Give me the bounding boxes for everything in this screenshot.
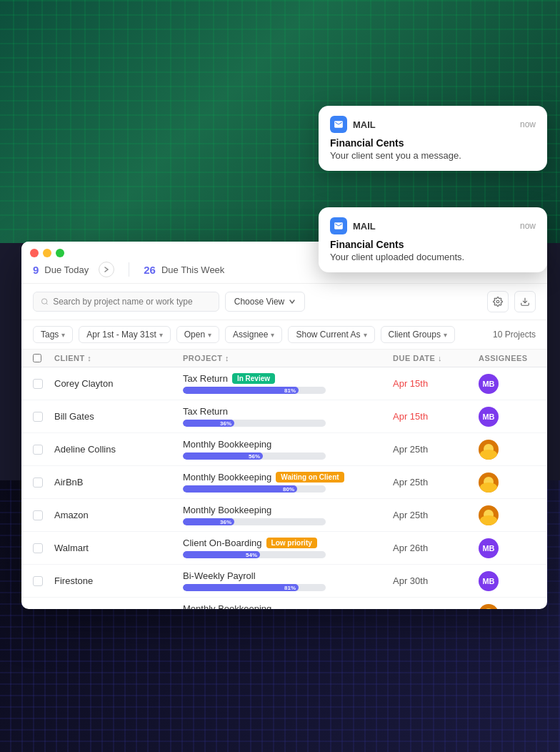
avatar xyxy=(479,604,499,610)
mail-title-1: Financial Cents xyxy=(330,137,536,149)
progress-bar-wrapper: 81% xyxy=(183,387,326,394)
progress-bar-fill: 56% xyxy=(183,452,263,460)
row-checkbox[interactable] xyxy=(33,543,43,553)
minimize-button[interactable] xyxy=(43,249,51,257)
client-name: AirBnB xyxy=(54,477,183,488)
search-wrapper[interactable] xyxy=(33,292,219,312)
due-date: Apr 25th xyxy=(393,510,479,520)
maximize-button[interactable] xyxy=(56,249,64,257)
choose-view-button[interactable]: Choose View xyxy=(225,292,306,312)
download-icon-btn[interactable] xyxy=(514,291,536,312)
project-badge: Low priority xyxy=(266,538,317,548)
progress-bar-wrapper: 36% xyxy=(183,420,326,427)
client-header: CLIENT ↕ xyxy=(54,354,183,362)
settings-icon-btn[interactable] xyxy=(487,291,509,312)
tags-chevron: ▾ xyxy=(61,331,65,339)
status-label: Open xyxy=(184,330,205,340)
show-current-chevron: ▾ xyxy=(364,331,367,339)
due-week-count: 26 xyxy=(144,264,156,276)
assignee-label: Assignee xyxy=(233,330,268,340)
show-current-label: Show Current As xyxy=(296,330,360,340)
project-name-row: Monthly Bookkeeping xyxy=(183,439,393,450)
progress-bar-wrapper: 54% xyxy=(183,551,326,558)
due-date: Apr 25th xyxy=(393,444,479,455)
avatar: MB xyxy=(479,571,499,591)
project-badge: In Review xyxy=(232,373,275,384)
progress-bar-wrapper: 56% xyxy=(183,452,326,460)
progress-bar-fill: 80% xyxy=(183,485,297,493)
row-checkbox[interactable] xyxy=(33,478,43,488)
mail-icon-1 xyxy=(330,116,347,133)
avatar: MB xyxy=(479,538,499,558)
project-name: Monthly Bookkeeping xyxy=(183,505,271,515)
close-button[interactable] xyxy=(30,249,39,257)
progress-bar-fill: 81% xyxy=(183,387,299,394)
row-checkbox[interactable] xyxy=(33,379,43,389)
table-row: FirestoneBi-Weekly Payroll81%Apr 30thMB xyxy=(21,565,547,598)
project-cell: Tax Return36% xyxy=(183,406,393,427)
due-date: Apr 15th xyxy=(393,378,479,389)
due-date: Apr 26th xyxy=(393,543,479,553)
avatar: MB xyxy=(479,407,499,427)
due-today-arrow[interactable] xyxy=(99,262,114,277)
project-name-row: Monthly Bookkeeping xyxy=(183,505,393,515)
due-week-label: Due This Week xyxy=(161,264,224,275)
progress-label: 81% xyxy=(284,387,296,394)
filter-bar: Tags ▾ Apr 1st - May 31st ▾ Open ▾ Assig… xyxy=(21,320,547,350)
date-chevron: ▾ xyxy=(159,331,163,339)
assignee-cell xyxy=(479,505,536,525)
avatar xyxy=(479,505,499,525)
due-date: Apr 30th xyxy=(393,575,479,586)
mail-notification-2: MAIL now Financial Cents Your client upl… xyxy=(319,207,547,272)
progress-bar-fill: 54% xyxy=(183,551,260,558)
due-week-stat: 26 Due This Week xyxy=(144,264,224,276)
progress-bar-wrapper: 81% xyxy=(183,584,326,591)
client-name: Walmart xyxy=(54,543,183,553)
project-name: Monthly Bookkeeping xyxy=(183,439,271,450)
client-groups-filter[interactable]: Client Groups ▾ xyxy=(381,326,455,343)
mail-title-2: Financial Cents xyxy=(330,239,536,250)
project-name: Tax Return xyxy=(183,406,228,417)
search-input[interactable] xyxy=(53,297,211,307)
row-checkbox[interactable] xyxy=(33,510,43,520)
date-range-filter[interactable]: Apr 1st - May 31st ▾ xyxy=(79,326,170,343)
project-badge: Waiting on Client xyxy=(276,472,344,483)
tags-label: Tags xyxy=(41,330,59,340)
tags-filter[interactable]: Tags ▾ xyxy=(33,326,73,343)
client-name: Bill Gates xyxy=(54,411,183,422)
assignee-cell: MB xyxy=(479,571,536,591)
progress-bar-fill: 36% xyxy=(183,420,234,427)
project-name: Bi-Weekly Payroll xyxy=(183,570,256,581)
show-current-filter[interactable]: Show Current As ▾ xyxy=(288,326,374,343)
row-checkbox[interactable] xyxy=(33,412,43,422)
progress-label: 36% xyxy=(220,420,231,427)
choose-view-label: Choose View xyxy=(234,297,285,307)
progress-bar-wrapper: 80% xyxy=(183,485,326,493)
chevron-down-icon xyxy=(289,298,296,305)
client-name: Firestone xyxy=(54,575,183,586)
project-cell: Monthly Bookkeeping36% xyxy=(183,505,393,525)
project-cell: Monthly BookkeepingWaiting on Client80% xyxy=(183,472,393,493)
avatar xyxy=(479,440,499,460)
mail-body-2: Your client uploaded documents. xyxy=(330,252,536,262)
settings-icon xyxy=(493,297,503,307)
table-header: CLIENT ↕ PROJECT ↕ DUE DATE ↓ ASSIGNEES xyxy=(21,350,547,367)
stat-divider xyxy=(129,262,129,277)
row-checkbox[interactable] xyxy=(33,576,43,586)
status-filter[interactable]: Open ▾ xyxy=(176,326,219,343)
project-cell: Client On-BoardingLow priority54% xyxy=(183,538,393,558)
app-window: 9 Due Today 26 Due This Week Choose View xyxy=(21,242,547,609)
select-all-checkbox[interactable] xyxy=(33,354,41,362)
row-checkbox[interactable] xyxy=(33,609,43,610)
due-date: Apr 15th xyxy=(393,411,479,422)
row-checkbox[interactable] xyxy=(33,445,43,455)
table-row: Bill GatesTax Return36%Apr 15thMB xyxy=(21,400,547,433)
project-name-row: Tax Return xyxy=(183,406,393,417)
assignee-filter[interactable]: Assignee ▾ xyxy=(225,326,282,343)
download-icon xyxy=(520,297,530,307)
table-row: Corey ClaytonTax ReturnIn Review81%Apr 1… xyxy=(21,367,547,400)
assignee-cell: MB xyxy=(479,374,536,394)
search-icon xyxy=(41,297,49,306)
project-cell: Monthly Bookkeeping56% xyxy=(183,439,393,460)
projects-count: 10 Projects xyxy=(493,330,536,340)
